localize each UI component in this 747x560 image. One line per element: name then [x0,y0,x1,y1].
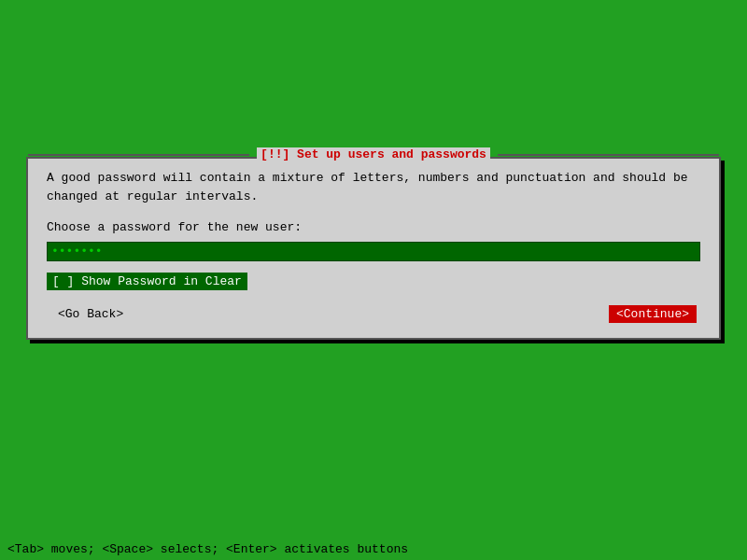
continue-button[interactable]: <Continue> [609,305,697,323]
dialog-title-line-right [498,154,719,156]
description-line1: A good password will contain a mixture o… [47,171,688,185]
status-bar: <Tab> moves; <Space> selects; <Enter> ac… [0,538,747,560]
buttons-row: <Go Back> <Continue> [47,305,700,323]
go-back-button[interactable]: <Go Back> [50,305,131,323]
prompt-label: Choose a password for the new user: [47,220,700,234]
password-input[interactable] [51,245,696,259]
dialog-title-line-left [28,154,249,156]
password-field-wrapper[interactable] [47,242,700,261]
status-bar-text: <Tab> moves; <Space> selects; <Enter> ac… [7,542,408,556]
description-line2: changed at regular intervals. [47,189,258,203]
dialog-title-bar: [!!] Set up users and passwords [28,147,719,161]
description-text: A good password will contain a mixture o… [47,169,700,205]
dialog-content: A good password will contain a mixture o… [28,165,719,338]
show-password-checkbox[interactable]: [ ] Show Password in Clear [47,273,247,290]
dialog: [!!] Set up users and passwords A good p… [26,157,721,340]
dialog-title: [!!] Set up users and passwords [257,147,490,161]
